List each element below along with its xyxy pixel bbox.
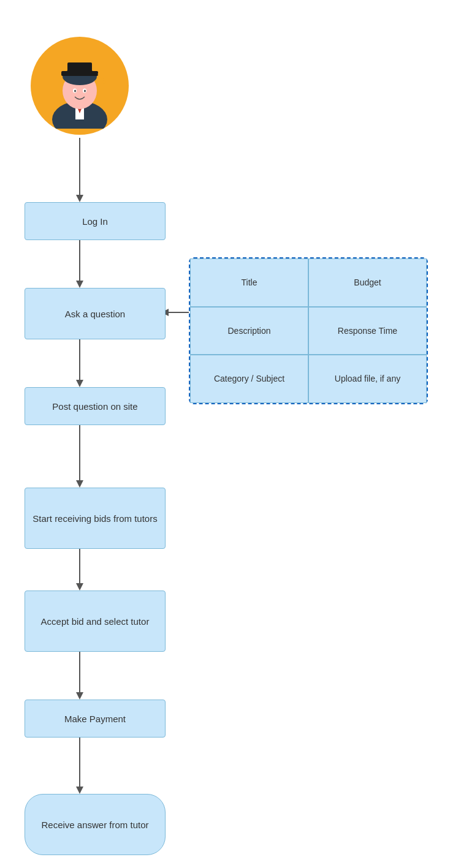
response-time-label: Response Time bbox=[338, 325, 397, 337]
budget-label: Budget bbox=[354, 277, 381, 289]
payment-label: Make Payment bbox=[64, 712, 126, 725]
svg-point-28 bbox=[84, 90, 86, 92]
upload-label: Upload file, if any bbox=[335, 373, 400, 385]
bids-box: Start receiving bids from tutors bbox=[25, 488, 166, 549]
svg-point-27 bbox=[74, 90, 76, 92]
svg-marker-5 bbox=[76, 380, 83, 387]
cell-category: Category / Subject bbox=[190, 355, 308, 403]
ask-box: Ask a question bbox=[25, 288, 166, 339]
cell-response-time: Response Time bbox=[308, 307, 427, 355]
svg-marker-1 bbox=[76, 195, 83, 202]
bids-label: Start receiving bids from tutors bbox=[32, 512, 157, 525]
svg-point-24 bbox=[102, 80, 106, 84]
svg-marker-3 bbox=[76, 281, 83, 288]
svg-marker-9 bbox=[76, 583, 83, 591]
svg-rect-22 bbox=[67, 62, 92, 72]
cell-budget: Budget bbox=[308, 259, 427, 307]
payment-box: Make Payment bbox=[25, 700, 166, 738]
avatar bbox=[31, 37, 129, 135]
svg-marker-11 bbox=[76, 692, 83, 700]
detail-grid: Title Budget Description Response Time C… bbox=[190, 259, 427, 403]
svg-marker-7 bbox=[76, 480, 83, 488]
category-label: Category / Subject bbox=[214, 373, 284, 385]
detail-dashed-box: Title Budget Description Response Time C… bbox=[189, 257, 428, 404]
login-label: Log In bbox=[82, 215, 108, 228]
diagram-container: Log In Ask a question Post question on s… bbox=[0, 0, 450, 868]
receive-box: Receive answer from tutor bbox=[25, 794, 166, 855]
description-label: Description bbox=[227, 325, 270, 337]
svg-line-23 bbox=[98, 74, 104, 81]
post-box: Post question on site bbox=[25, 387, 166, 425]
cell-upload: Upload file, if any bbox=[308, 355, 427, 403]
ask-label: Ask a question bbox=[65, 308, 125, 320]
svg-marker-13 bbox=[76, 787, 83, 794]
post-label: Post question on site bbox=[52, 400, 137, 413]
accept-box: Accept bid and select tutor bbox=[25, 591, 166, 652]
receive-label: Receive answer from tutor bbox=[41, 818, 148, 831]
accept-label: Accept bid and select tutor bbox=[41, 615, 150, 628]
login-box: Log In bbox=[25, 202, 166, 240]
title-label: Title bbox=[242, 277, 257, 289]
cell-title: Title bbox=[190, 259, 308, 307]
cell-description: Description bbox=[190, 307, 308, 355]
